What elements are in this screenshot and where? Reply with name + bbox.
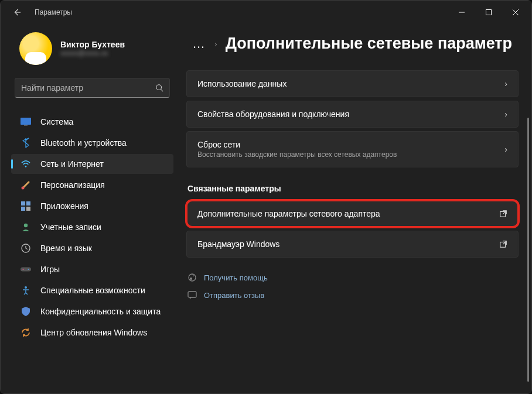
sidebar-item-label: Персонализация <box>40 180 105 190</box>
svg-line-5 <box>161 90 163 92</box>
sidebar-item-label: Учетные записи <box>40 222 101 232</box>
card-network-reset[interactable]: Сброс сети Восстановить заводские параме… <box>186 131 519 167</box>
svg-point-19 <box>25 286 27 289</box>
search-input[interactable] <box>21 83 155 92</box>
svg-rect-7 <box>24 125 28 126</box>
accessibility-icon <box>21 285 31 296</box>
apps-icon <box>21 201 31 211</box>
card-firewall[interactable]: Брандмауэр Windows <box>186 231 519 258</box>
card-data-usage[interactable]: Использование данных › <box>186 70 519 97</box>
minimize-button[interactable] <box>448 3 475 22</box>
search-icon <box>155 84 163 92</box>
sidebar-item-accessibility[interactable]: Специальные возможности <box>11 280 173 300</box>
sidebar-item-label: Bluetooth и устройства <box>40 138 127 148</box>
chevron-right-icon: › <box>504 109 507 119</box>
gamepad-icon <box>21 264 31 275</box>
profile[interactable]: Виктор Бухтеев xxxxx@xxxx.xx <box>11 24 173 76</box>
link-label: Получить помощь <box>204 273 268 282</box>
card-title: Сброс сети <box>197 140 397 149</box>
svg-rect-11 <box>26 201 30 205</box>
svg-point-9 <box>22 187 25 190</box>
svg-point-14 <box>24 224 28 227</box>
svg-point-8 <box>25 166 27 167</box>
card-title: Использование данных <box>197 79 287 88</box>
sidebar-item-label: Специальные возможности <box>40 286 145 295</box>
svg-text:?: ? <box>192 273 195 277</box>
shield-icon <box>21 306 31 317</box>
display-icon <box>21 117 31 127</box>
sidebar-item-personalization[interactable]: Персонализация <box>11 175 173 195</box>
svg-point-23 <box>190 277 192 280</box>
link-get-help[interactable]: ? Получить помощь <box>187 273 519 282</box>
link-feedback[interactable]: Отправить отзыв <box>187 290 519 300</box>
profile-email: xxxxx@xxxx.xx <box>60 49 125 57</box>
sidebar-item-label: Конфиденциальность и защита <box>40 307 161 316</box>
sidebar-item-label: Сеть и Интернет <box>40 159 104 169</box>
clock-icon <box>21 243 31 253</box>
card-hardware-properties[interactable]: Свойства оборудования и подключения › <box>186 101 519 128</box>
section-header-related: Связанные параметры <box>187 184 519 193</box>
person-icon <box>21 222 31 232</box>
sidebar-item-network[interactable]: Сеть и Интернет <box>11 154 173 174</box>
feedback-icon <box>187 290 197 300</box>
link-label: Отправить отзыв <box>204 291 264 300</box>
svg-rect-13 <box>26 207 30 211</box>
external-link-icon <box>499 240 507 248</box>
svg-rect-6 <box>21 118 31 125</box>
svg-rect-12 <box>21 207 25 211</box>
chevron-right-icon: › <box>504 79 507 88</box>
svg-rect-1 <box>486 10 492 15</box>
sidebar-item-label: Система <box>40 117 73 126</box>
sidebar-item-label: Центр обновления Windows <box>40 328 147 337</box>
chevron-right-icon: › <box>504 145 507 154</box>
svg-rect-10 <box>21 201 25 205</box>
help-icon: ? <box>187 273 197 282</box>
back-button[interactable] <box>11 6 23 18</box>
card-title: Дополнительные параметры сетевого адапте… <box>197 209 380 218</box>
maximize-button[interactable] <box>475 3 502 22</box>
content: … › Дополнительные сетевые параметр Испо… <box>179 24 531 393</box>
search-box[interactable] <box>15 78 170 98</box>
sidebar: Виктор Бухтеев xxxxx@xxxx.xx Система Blu… <box>1 24 179 393</box>
chevron-right-icon: › <box>214 39 217 49</box>
sidebar-item-privacy[interactable]: Конфиденциальность и защита <box>11 302 173 321</box>
scrollbar[interactable] <box>527 118 529 382</box>
breadcrumb-more[interactable]: … <box>192 36 206 52</box>
sidebar-item-label: Игры <box>40 265 60 274</box>
sidebar-item-system[interactable]: Система <box>11 112 173 132</box>
page-title: Дополнительные сетевые параметр <box>226 35 512 53</box>
svg-point-18 <box>28 269 29 270</box>
sidebar-item-accounts[interactable]: Учетные записи <box>11 217 173 237</box>
wifi-icon <box>21 159 31 169</box>
nav: Система Bluetooth и устройства Сеть и Ин… <box>11 112 173 342</box>
brush-icon <box>21 180 31 190</box>
card-adapter-settings[interactable]: Дополнительные параметры сетевого адапте… <box>186 200 519 227</box>
sidebar-item-label: Приложения <box>40 201 88 211</box>
update-icon <box>21 327 31 338</box>
breadcrumb: … › Дополнительные сетевые параметр <box>192 35 519 53</box>
sidebar-item-update[interactable]: Центр обновления Windows <box>11 323 173 342</box>
sidebar-item-gaming[interactable]: Игры <box>11 259 173 279</box>
card-title: Брандмауэр Windows <box>197 239 279 249</box>
sidebar-item-label: Время и язык <box>40 244 92 253</box>
sidebar-item-bluetooth[interactable]: Bluetooth и устройства <box>11 133 173 153</box>
bluetooth-icon <box>21 138 31 148</box>
titlebar: Параметры <box>1 1 531 24</box>
card-subtitle: Восстановить заводские параметры всех се… <box>197 150 397 159</box>
svg-rect-16 <box>21 267 31 271</box>
svg-point-4 <box>156 85 162 90</box>
svg-rect-25 <box>188 292 196 297</box>
avatar <box>19 32 52 65</box>
sidebar-item-apps[interactable]: Приложения <box>11 196 173 216</box>
svg-point-17 <box>22 269 23 270</box>
profile-name: Виктор Бухтеев <box>60 40 125 49</box>
sidebar-item-time[interactable]: Время и язык <box>11 238 173 258</box>
close-button[interactable] <box>502 3 529 22</box>
card-title: Свойства оборудования и подключения <box>197 109 349 119</box>
app-title: Параметры <box>35 8 72 16</box>
external-link-icon <box>499 210 507 218</box>
